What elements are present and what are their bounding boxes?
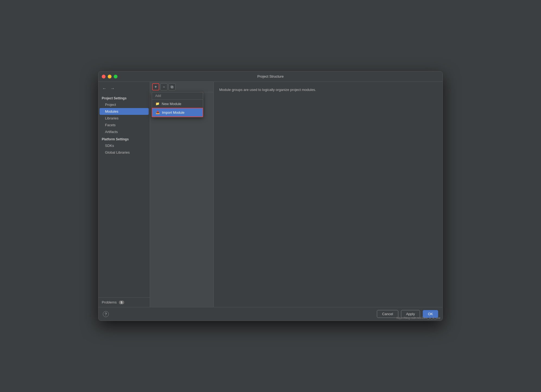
import-module-item[interactable]: 📥 Import Module — [152, 108, 203, 117]
add-button[interactable]: + — [152, 83, 159, 90]
sidebar-item-modules[interactable]: Modules — [100, 108, 149, 115]
help-button[interactable]: ? — [103, 311, 109, 317]
sidebar-item-global-libraries[interactable]: Global Libraries — [98, 149, 150, 156]
module-panel: + − ⧉ Add 📁 New Module 📥 Import Module — [150, 82, 214, 307]
sidebar-item-sdks[interactable]: SDKs — [98, 142, 150, 149]
problems-label: Problems — [102, 300, 117, 304]
sidebar-item-project[interactable]: Project — [98, 101, 150, 108]
footer: ? Cancel Apply OK https://blog.csdn.net/… — [98, 307, 443, 321]
nav-arrows: ← → — [98, 84, 150, 94]
copy-icon: ⧉ — [171, 85, 173, 89]
content-description: Module groups are used to logically orga… — [219, 87, 437, 93]
sidebar-item-artifacts[interactable]: Artifacts — [98, 128, 150, 135]
main-content: ← → Project Settings Project Modules Lib… — [98, 82, 443, 307]
new-module-item[interactable]: 📁 New Module — [152, 100, 203, 108]
project-settings-header: Project Settings — [98, 94, 150, 101]
forward-arrow[interactable]: → — [109, 86, 116, 91]
problems-section[interactable]: Problems 5 — [98, 297, 150, 307]
remove-button[interactable]: − — [160, 83, 167, 90]
import-module-label: Import Module — [162, 110, 184, 115]
add-dropdown-menu: Add 📁 New Module 📥 Import Module — [152, 92, 203, 117]
footer-url: https://blog.csdn.net/John_D_B_Lee — [394, 316, 443, 320]
sidebar: ← → Project Settings Project Modules Lib… — [98, 82, 150, 307]
project-structure-window: Project Structure ← → Project Settings P… — [98, 71, 443, 321]
dropdown-header: Add — [152, 92, 203, 100]
sidebar-item-libraries[interactable]: Libraries — [98, 115, 150, 122]
new-module-label: New Module — [162, 102, 181, 106]
platform-settings-header: Platform Settings — [98, 135, 150, 142]
close-button[interactable] — [102, 75, 106, 78]
content-area: Module groups are used to logically orga… — [214, 82, 443, 307]
problems-badge: 5 — [119, 301, 124, 304]
back-arrow[interactable]: ← — [101, 86, 108, 91]
minimize-button[interactable] — [108, 75, 112, 78]
copy-button[interactable]: ⧉ — [168, 83, 176, 90]
import-module-icon: 📥 — [155, 110, 160, 115]
maximize-button[interactable] — [114, 75, 117, 78]
sidebar-item-facets[interactable]: Facets — [98, 122, 150, 128]
module-toolbar: + − ⧉ — [150, 82, 214, 92]
traffic-lights — [102, 75, 117, 78]
new-module-icon: 📁 — [155, 102, 160, 106]
title-bar: Project Structure — [98, 71, 443, 82]
window-title: Project Structure — [257, 74, 284, 78]
